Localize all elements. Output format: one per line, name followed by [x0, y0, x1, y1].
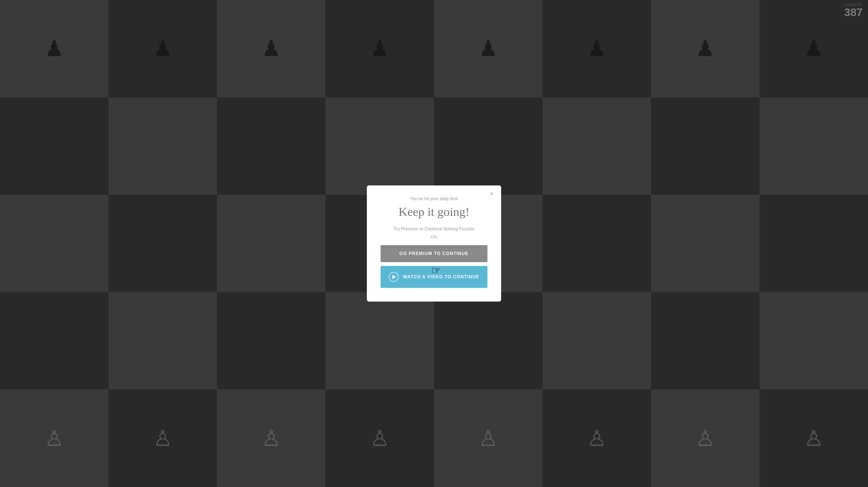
modal-dialog: × You've hit your daily limit Keep it go… — [367, 186, 501, 301]
close-button[interactable]: × — [488, 190, 496, 198]
play-triangle-icon — [392, 275, 396, 279]
or-divider-text: OR — [431, 235, 437, 240]
watch-video-button[interactable]: WATCH A VIDEO TO CONTINUE — [380, 266, 488, 288]
modal-overlay: × You've hit your daily limit Keep it go… — [0, 0, 868, 487]
modal-title: Keep it going! — [399, 205, 470, 219]
watch-video-label: WATCH A VIDEO TO CONTINUE — [403, 274, 479, 280]
daily-limit-text: You've hit your daily limit — [410, 196, 458, 201]
try-premium-text: Try Premium to Continue Solving Puzzles — [394, 227, 474, 231]
go-premium-button[interactable]: GO PREMIUM TO CONTINUE — [380, 245, 488, 262]
play-icon — [389, 272, 399, 282]
